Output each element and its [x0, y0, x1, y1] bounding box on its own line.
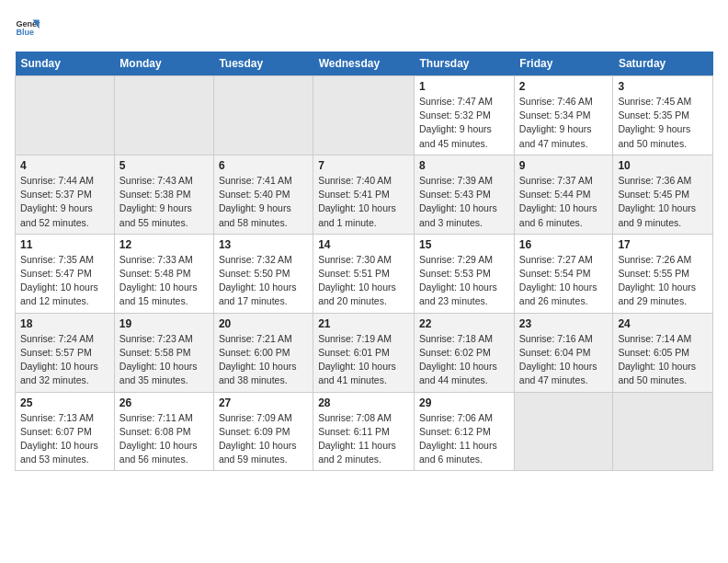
calendar-cell-w3d4: 22Sunrise: 7:18 AMSunset: 6:02 PMDayligh… — [415, 313, 515, 392]
calendar-cell-w4d1: 26Sunrise: 7:11 AMSunset: 6:08 PMDayligh… — [114, 392, 213, 471]
day-info: Sunrise: 7:39 AMSunset: 5:43 PMDaylight:… — [419, 174, 509, 230]
day-number: 6 — [219, 159, 308, 172]
weekday-header-thursday: Thursday — [415, 52, 515, 76]
day-number: 11 — [20, 238, 109, 251]
day-number: 27 — [219, 396, 308, 409]
day-number: 9 — [519, 159, 609, 172]
day-info: Sunrise: 7:33 AMSunset: 5:48 PMDaylight:… — [119, 253, 209, 309]
calendar-cell-w1d0: 4Sunrise: 7:44 AMSunset: 5:37 PMDaylight… — [16, 155, 115, 234]
day-info: Sunrise: 7:44 AMSunset: 5:37 PMDaylight:… — [20, 174, 109, 230]
calendar-cell-w1d2: 6Sunrise: 7:41 AMSunset: 5:40 PMDaylight… — [213, 155, 313, 234]
day-number: 15 — [419, 238, 509, 251]
day-info: Sunrise: 7:21 AMSunset: 6:00 PMDaylight:… — [219, 332, 308, 388]
day-number: 2 — [519, 80, 609, 93]
day-number: 5 — [119, 159, 209, 172]
day-number: 25 — [20, 396, 109, 409]
day-info: Sunrise: 7:09 AMSunset: 6:09 PMDaylight:… — [219, 411, 308, 467]
calendar-cell-w0d0 — [16, 76, 115, 155]
weekday-header-saturday: Saturday — [613, 52, 713, 76]
day-info: Sunrise: 7:18 AMSunset: 6:02 PMDaylight:… — [419, 332, 509, 388]
day-info: Sunrise: 7:27 AMSunset: 5:54 PMDaylight:… — [519, 253, 609, 309]
logo: General Blue — [15, 15, 40, 40]
day-number: 23 — [519, 317, 609, 330]
day-info: Sunrise: 7:45 AMSunset: 5:35 PMDaylight:… — [618, 95, 708, 151]
day-number: 1 — [419, 80, 509, 93]
day-number: 22 — [419, 317, 509, 330]
calendar-cell-w0d4: 1Sunrise: 7:47 AMSunset: 5:32 PMDaylight… — [415, 76, 515, 155]
day-number: 19 — [119, 317, 209, 330]
weekday-header-sunday: Sunday — [16, 52, 115, 76]
day-number: 4 — [20, 159, 109, 172]
day-number: 7 — [318, 159, 409, 172]
calendar-cell-w3d6: 24Sunrise: 7:14 AMSunset: 6:05 PMDayligh… — [613, 313, 713, 392]
calendar-cell-w0d6: 3Sunrise: 7:45 AMSunset: 5:35 PMDaylight… — [613, 76, 713, 155]
calendar-cell-w1d6: 10Sunrise: 7:36 AMSunset: 5:45 PMDayligh… — [613, 155, 713, 234]
day-info: Sunrise: 7:46 AMSunset: 5:34 PMDaylight:… — [519, 95, 609, 151]
day-info: Sunrise: 7:36 AMSunset: 5:45 PMDaylight:… — [618, 174, 708, 230]
calendar-table: SundayMondayTuesdayWednesdayThursdayFrid… — [15, 52, 713, 471]
calendar-cell-w1d3: 7Sunrise: 7:40 AMSunset: 5:41 PMDaylight… — [313, 155, 415, 234]
day-info: Sunrise: 7:26 AMSunset: 5:55 PMDaylight:… — [618, 253, 708, 309]
calendar-cell-w3d2: 20Sunrise: 7:21 AMSunset: 6:00 PMDayligh… — [213, 313, 313, 392]
calendar-cell-w2d0: 11Sunrise: 7:35 AMSunset: 5:47 PMDayligh… — [16, 234, 115, 313]
calendar-cell-w4d5 — [514, 392, 613, 471]
calendar-cell-w4d4: 29Sunrise: 7:06 AMSunset: 6:12 PMDayligh… — [415, 392, 515, 471]
day-info: Sunrise: 7:24 AMSunset: 5:57 PMDaylight:… — [20, 332, 109, 388]
calendar-cell-w1d5: 9Sunrise: 7:37 AMSunset: 5:44 PMDaylight… — [514, 155, 613, 234]
day-info: Sunrise: 7:11 AMSunset: 6:08 PMDaylight:… — [119, 411, 209, 467]
calendar-cell-w3d3: 21Sunrise: 7:19 AMSunset: 6:01 PMDayligh… — [313, 313, 415, 392]
day-number: 20 — [219, 317, 308, 330]
day-number: 16 — [519, 238, 609, 251]
day-info: Sunrise: 7:47 AMSunset: 5:32 PMDaylight:… — [419, 95, 509, 151]
day-info: Sunrise: 7:40 AMSunset: 5:41 PMDaylight:… — [318, 174, 409, 230]
calendar-cell-w2d1: 12Sunrise: 7:33 AMSunset: 5:48 PMDayligh… — [114, 234, 213, 313]
day-number: 14 — [318, 238, 409, 251]
calendar-cell-w0d1 — [114, 76, 213, 155]
day-number: 29 — [419, 396, 509, 409]
calendar-cell-w3d1: 19Sunrise: 7:23 AMSunset: 5:58 PMDayligh… — [114, 313, 213, 392]
svg-text:Blue: Blue — [16, 28, 34, 37]
day-info: Sunrise: 7:08 AMSunset: 6:11 PMDaylight:… — [318, 411, 409, 467]
day-info: Sunrise: 7:41 AMSunset: 5:40 PMDaylight:… — [219, 174, 308, 230]
calendar-cell-w4d6 — [613, 392, 713, 471]
weekday-header-wednesday: Wednesday — [313, 52, 415, 76]
calendar-cell-w4d2: 27Sunrise: 7:09 AMSunset: 6:09 PMDayligh… — [213, 392, 313, 471]
calendar-cell-w2d5: 16Sunrise: 7:27 AMSunset: 5:54 PMDayligh… — [514, 234, 613, 313]
day-number: 3 — [618, 80, 708, 93]
day-info: Sunrise: 7:23 AMSunset: 5:58 PMDaylight:… — [119, 332, 209, 388]
day-info: Sunrise: 7:06 AMSunset: 6:12 PMDaylight:… — [419, 411, 509, 467]
calendar-cell-w4d0: 25Sunrise: 7:13 AMSunset: 6:07 PMDayligh… — [16, 392, 115, 471]
day-number: 21 — [318, 317, 409, 330]
calendar-cell-w2d4: 15Sunrise: 7:29 AMSunset: 5:53 PMDayligh… — [415, 234, 515, 313]
weekday-header-monday: Monday — [114, 52, 213, 76]
day-number: 8 — [419, 159, 509, 172]
weekday-header-friday: Friday — [514, 52, 613, 76]
day-info: Sunrise: 7:14 AMSunset: 6:05 PMDaylight:… — [618, 332, 708, 388]
day-number: 26 — [119, 396, 209, 409]
calendar-cell-w2d2: 13Sunrise: 7:32 AMSunset: 5:50 PMDayligh… — [213, 234, 313, 313]
day-info: Sunrise: 7:29 AMSunset: 5:53 PMDaylight:… — [419, 253, 509, 309]
day-info: Sunrise: 7:16 AMSunset: 6:04 PMDaylight:… — [519, 332, 609, 388]
weekday-header-tuesday: Tuesday — [213, 52, 313, 76]
day-number: 12 — [119, 238, 209, 251]
day-info: Sunrise: 7:35 AMSunset: 5:47 PMDaylight:… — [20, 253, 109, 309]
day-number: 13 — [219, 238, 308, 251]
day-number: 17 — [618, 238, 708, 251]
calendar-cell-w3d0: 18Sunrise: 7:24 AMSunset: 5:57 PMDayligh… — [16, 313, 115, 392]
calendar-cell-w0d5: 2Sunrise: 7:46 AMSunset: 5:34 PMDaylight… — [514, 76, 613, 155]
calendar-cell-w1d4: 8Sunrise: 7:39 AMSunset: 5:43 PMDaylight… — [415, 155, 515, 234]
calendar-cell-w2d3: 14Sunrise: 7:30 AMSunset: 5:51 PMDayligh… — [313, 234, 415, 313]
calendar-cell-w3d5: 23Sunrise: 7:16 AMSunset: 6:04 PMDayligh… — [514, 313, 613, 392]
day-info: Sunrise: 7:13 AMSunset: 6:07 PMDaylight:… — [20, 411, 109, 467]
calendar-cell-w1d1: 5Sunrise: 7:43 AMSunset: 5:38 PMDaylight… — [114, 155, 213, 234]
day-info: Sunrise: 7:30 AMSunset: 5:51 PMDaylight:… — [318, 253, 409, 309]
day-info: Sunrise: 7:19 AMSunset: 6:01 PMDaylight:… — [318, 332, 409, 388]
day-info: Sunrise: 7:43 AMSunset: 5:38 PMDaylight:… — [119, 174, 209, 230]
calendar-cell-w0d3 — [313, 76, 415, 155]
calendar-cell-w2d6: 17Sunrise: 7:26 AMSunset: 5:55 PMDayligh… — [613, 234, 713, 313]
day-number: 10 — [618, 159, 708, 172]
day-number: 24 — [618, 317, 708, 330]
calendar-cell-w0d2 — [213, 76, 313, 155]
day-number: 18 — [20, 317, 109, 330]
day-info: Sunrise: 7:32 AMSunset: 5:50 PMDaylight:… — [219, 253, 308, 309]
